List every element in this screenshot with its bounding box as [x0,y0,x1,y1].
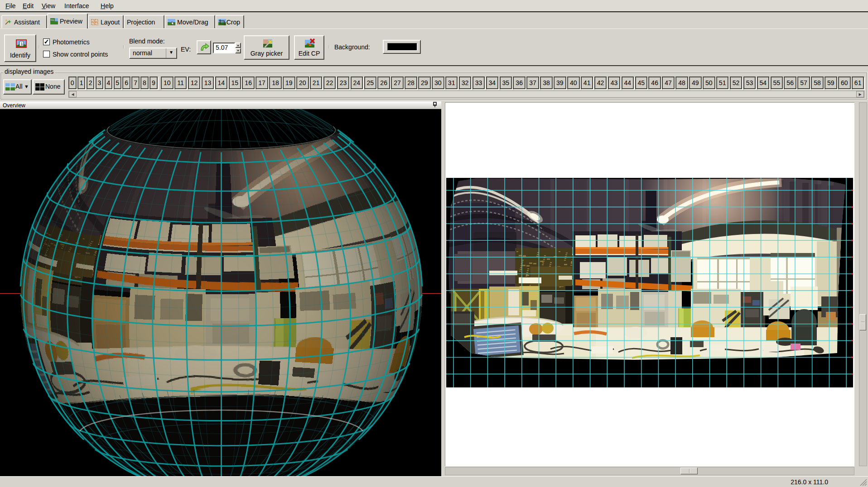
svg-text:GL: GL [51,19,55,21]
svg-text:1: 1 [21,42,23,46]
